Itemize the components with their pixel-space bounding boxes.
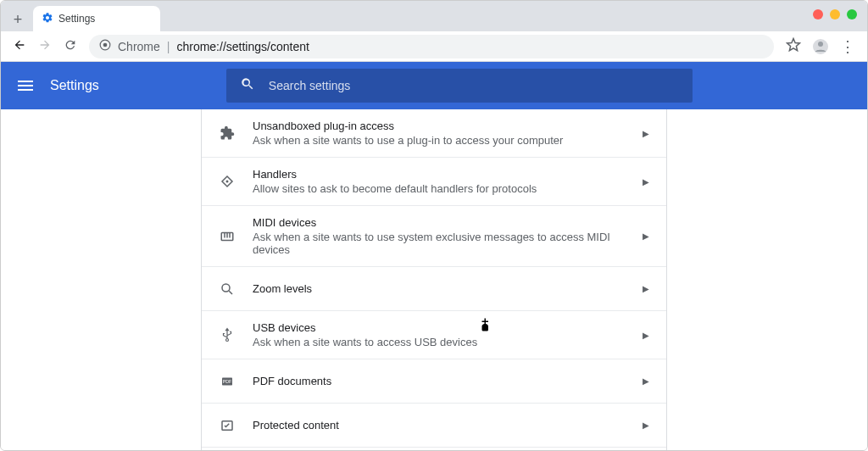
omnibox-origin: Chrome: [118, 40, 160, 53]
row-title: Protected content: [253, 419, 643, 432]
svg-point-2: [818, 42, 823, 47]
chevron-right-icon: ▶: [643, 376, 649, 386]
gear-icon: [42, 12, 53, 26]
menu-button[interactable]: [18, 81, 33, 91]
svg-line-9: [229, 291, 232, 294]
forward-button[interactable]: [38, 38, 52, 55]
row-subtitle: Ask when a site wants to use a plug-in t…: [253, 134, 643, 147]
puzzle-icon: [219, 125, 236, 142]
piano-icon: [219, 228, 236, 245]
chevron-right-icon: ▶: [643, 331, 649, 340]
window-zoom-dot[interactable]: [847, 9, 857, 19]
reload-button[interactable]: [64, 38, 77, 55]
chevron-right-icon: ▶: [643, 284, 649, 293]
window-close-dot[interactable]: [813, 9, 823, 19]
row-zoom[interactable]: Zoom levels ▶: [202, 267, 666, 311]
row-pdf[interactable]: PDF PDF documents ▶: [202, 359, 666, 404]
chevron-right-icon: ▶: [643, 231, 649, 241]
row-subtitle: Ask when a site wants to access USB devi…: [253, 336, 643, 348]
chrome-icon: [99, 39, 111, 53]
chevron-right-icon: ▶: [643, 177, 649, 187]
svg-point-1: [103, 43, 108, 47]
row-title: USB devices: [253, 321, 643, 334]
nav-icons: [8, 38, 82, 55]
chevron-right-icon: ▶: [643, 129, 649, 138]
svg-text:PDF: PDF: [223, 379, 232, 384]
usb-icon: [219, 326, 236, 343]
bookmark-star-icon[interactable]: [786, 37, 801, 56]
back-button[interactable]: [13, 38, 26, 55]
diamond-icon: [219, 173, 236, 190]
search-box[interactable]: [226, 69, 693, 103]
omnibox-path: chrome://settings/content: [176, 40, 309, 53]
zoom-icon: [219, 281, 236, 298]
protected-icon: [219, 417, 236, 434]
browser-menu-button[interactable]: ⋮: [840, 39, 855, 54]
row-plugin-access[interactable]: Unsandboxed plug-in accessAsk when a sit…: [202, 109, 666, 158]
settings-header: Settings: [1, 62, 867, 109]
omnibox-separator: |: [167, 40, 170, 53]
browser-toolbar: Chrome | chrome://settings/content ⋮: [1, 31, 867, 62]
row-subtitle: Allow sites to ask to become default han…: [253, 182, 643, 195]
tab-title: Settings: [58, 13, 95, 25]
row-midi[interactable]: MIDI devicesAsk when a site wants to use…: [202, 206, 666, 267]
row-title: Unsandboxed plug-in access: [253, 120, 643, 132]
pdf-icon: PDF: [219, 373, 236, 390]
row-title: Zoom levels: [253, 282, 643, 295]
page-title: Settings: [50, 78, 99, 93]
omnibox[interactable]: Chrome | chrome://settings/content: [89, 35, 774, 58]
chevron-right-icon: ▶: [643, 420, 649, 430]
row-subtitle: Ask when a site wants to use system excl…: [253, 231, 643, 256]
tab-strip: + Settings: [1, 1, 867, 31]
row-clipboard[interactable]: ClipboardAsk before accessing ▶: [202, 448, 666, 450]
window-minimize-dot[interactable]: [830, 9, 840, 19]
window-controls: [813, 9, 857, 19]
browser-tab[interactable]: Settings: [33, 6, 160, 31]
settings-list: Unsandboxed plug-in accessAsk when a sit…: [201, 109, 667, 450]
search-icon: [240, 76, 255, 95]
row-protected[interactable]: Protected content ▶: [202, 404, 666, 448]
profile-avatar[interactable]: [813, 39, 828, 54]
new-tab-button[interactable]: +: [6, 8, 30, 31]
svg-point-8: [222, 284, 230, 292]
row-usb[interactable]: USB devicesAsk when a site wants to acce…: [202, 311, 666, 359]
search-input[interactable]: [269, 79, 679, 92]
row-title: MIDI devices: [253, 216, 643, 229]
content-scroll[interactable]: Unsandboxed plug-in accessAsk when a sit…: [1, 109, 867, 450]
row-handlers[interactable]: HandlersAllow sites to ask to become def…: [202, 158, 666, 206]
row-title: PDF documents: [253, 375, 643, 387]
svg-point-3: [226, 181, 229, 183]
toolbar-right: ⋮: [781, 37, 860, 56]
row-title: Handlers: [253, 168, 643, 181]
